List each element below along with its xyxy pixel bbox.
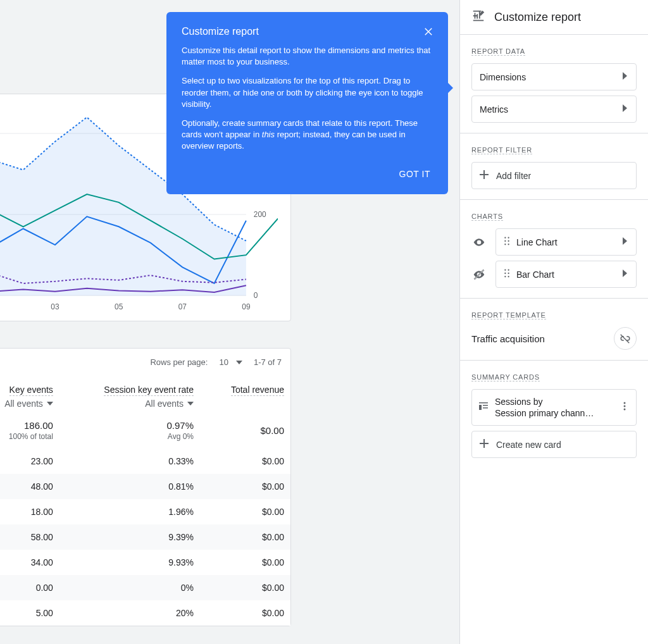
tooltip-title: Customize report: [182, 26, 433, 37]
create-new-card-button[interactable]: Create new card: [471, 431, 637, 458]
svg-point-24: [504, 273, 506, 274]
summary-rate: 0.97%: [166, 420, 194, 431]
chevron-right-icon: [622, 104, 628, 115]
report-data-label: REPORT DATA: [471, 47, 525, 56]
svg-point-19: [508, 244, 509, 245]
svg-text:03: 03: [51, 302, 59, 311]
svg-text:09: 09: [242, 302, 251, 311]
card-icon: [478, 401, 489, 414]
table-row[interactable]: 23.000.33%$0.00: [0, 449, 290, 474]
table-row[interactable]: 18.001.96%$0.00: [0, 499, 290, 524]
bar-chart-option[interactable]: Bar Chart: [495, 261, 637, 288]
events-filter-select[interactable]: All events: [66, 399, 194, 409]
svg-point-16: [504, 240, 506, 242]
line-chart-option[interactable]: Line Chart: [495, 228, 637, 256]
svg-point-33: [624, 406, 626, 407]
svg-rect-31: [483, 407, 488, 409]
add-filter-button[interactable]: Add filter: [471, 162, 637, 189]
tooltip-p1: Customize this detail report to show the…: [182, 45, 433, 68]
template-name: Traffic acquisition: [471, 333, 545, 344]
chevron-right-icon: [622, 71, 628, 82]
dimensions-option[interactable]: Dimensions: [471, 63, 637, 90]
events-filter-select[interactable]: All events: [0, 399, 53, 409]
summary-cards-label: SUMMARY CARDS: [471, 373, 540, 381]
svg-point-26: [504, 276, 506, 277]
table-row[interactable]: 34.009.93%$0.00: [0, 550, 290, 575]
plus-icon: [480, 439, 489, 450]
svg-point-25: [508, 273, 509, 274]
svg-text:0: 0: [254, 291, 258, 300]
charts-label: CHARTS: [471, 213, 503, 221]
table-row[interactable]: 58.009.39%$0.00: [0, 524, 290, 550]
more-icon[interactable]: [620, 401, 630, 414]
rows-per-page-select[interactable]: 10: [219, 357, 242, 367]
svg-point-14: [504, 237, 506, 238]
drag-handle-icon[interactable]: [504, 269, 510, 280]
svg-point-23: [508, 269, 509, 271]
svg-point-27: [508, 276, 509, 277]
metrics-option[interactable]: Metrics: [471, 96, 637, 123]
column-header: Total revenue: [231, 385, 284, 396]
eye-visible-icon[interactable]: [471, 236, 487, 249]
column-header: Session key event rate: [104, 385, 194, 396]
report-filter-label: REPORT FILTER: [471, 146, 532, 154]
drag-handle-icon[interactable]: [504, 237, 510, 247]
svg-point-15: [508, 237, 509, 238]
svg-point-17: [508, 240, 509, 242]
svg-rect-30: [483, 405, 488, 406]
chevron-down-icon: [236, 359, 242, 366]
table-row[interactable]: 48.000.81%$0.00: [0, 474, 290, 499]
data-table-card: Rows per page: 10 1-7 of 7 Key eventsAll…: [0, 348, 291, 626]
tooltip-p3: Optionally, create summary cards that re…: [182, 118, 433, 152]
svg-text:07: 07: [178, 302, 187, 311]
column-header: Key events: [9, 385, 53, 396]
report-template-label: REPORT TEMPLATE: [471, 311, 546, 319]
summary-card-item[interactable]: Sessions by Session primary chann…: [471, 389, 637, 426]
unlink-template-button[interactable]: [614, 327, 637, 350]
customize-report-tooltip: Customize report Customize this detail r…: [166, 12, 448, 194]
summary-key-events: 186.00: [24, 420, 53, 431]
svg-point-18: [504, 244, 506, 245]
svg-point-32: [624, 402, 626, 404]
svg-text:200: 200: [254, 210, 266, 219]
plus-icon: [480, 170, 489, 181]
customize-panel: Customize report REPORT DATA Dimensions …: [459, 0, 648, 644]
chevron-right-icon: [622, 237, 628, 247]
tooltip-p2: Select up to two visualizations for the …: [182, 75, 433, 110]
svg-text:05: 05: [115, 302, 123, 311]
eye-hidden-icon[interactable]: [471, 268, 487, 281]
got-it-button[interactable]: GOT IT: [397, 165, 433, 183]
tooltip-arrow-icon: [447, 82, 453, 94]
panel-title: Customize report: [494, 11, 581, 24]
table-row[interactable]: 5.0020%$0.00: [0, 600, 290, 626]
summary-revenue: $0.00: [260, 425, 284, 436]
chevron-right-icon: [622, 269, 628, 280]
svg-rect-28: [479, 402, 488, 404]
table-row[interactable]: 0.000%$0.00: [0, 575, 290, 600]
svg-point-34: [624, 409, 626, 411]
page-range-label: 1-7 of 7: [254, 357, 282, 367]
svg-point-22: [504, 269, 506, 271]
rows-per-page-label: Rows per page:: [150, 357, 208, 367]
close-icon[interactable]: [421, 25, 435, 39]
customize-report-icon: [471, 9, 485, 25]
svg-rect-29: [479, 405, 482, 410]
